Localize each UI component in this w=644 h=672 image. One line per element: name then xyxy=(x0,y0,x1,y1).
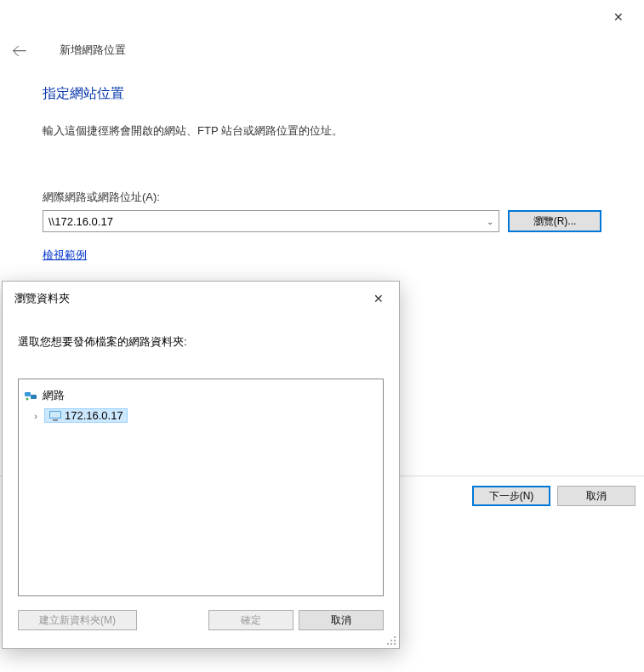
page-instruction: 輸入這個捷徑將會開啟的網站、FTP 站台或網路位置的位址。 xyxy=(43,123,601,139)
content-area: 指定網站位置 輸入這個捷徑將會開啟的網站、FTP 站台或網路位置的位址。 網際網… xyxy=(43,85,601,263)
next-button[interactable]: 下一步(N) xyxy=(472,486,550,506)
dialog-close-button[interactable]: ✕ xyxy=(368,290,389,307)
close-icon: ✕ xyxy=(373,292,384,305)
wizard-title: 新增網路位置 xyxy=(60,43,126,58)
address-row: ⌄ 瀏覽(R)... xyxy=(43,210,601,232)
tree-item-label: 172.16.0.17 xyxy=(65,409,123,422)
svg-rect-0 xyxy=(25,392,31,396)
wizard-footer: 下一步(N) 取消 xyxy=(472,486,635,506)
address-input-wrapper[interactable]: ⌄ xyxy=(43,210,499,232)
back-arrow-icon: 🡠 xyxy=(12,43,27,60)
network-icon xyxy=(24,389,37,402)
dialog-footer: 建立新資料夾(M) 確定 取消 xyxy=(3,603,399,642)
dialog-instruction: 選取您想要發佈檔案的網路資料夾: xyxy=(3,316,399,360)
dialog-header: 瀏覽資料夾 ✕ xyxy=(3,282,399,316)
browse-button[interactable]: 瀏覽(R)... xyxy=(508,210,601,232)
ok-button: 確定 xyxy=(208,610,294,630)
svg-point-2 xyxy=(26,398,29,401)
close-icon: ✕ xyxy=(613,10,624,24)
view-example-link[interactable]: 檢視範例 xyxy=(43,248,87,263)
back-button[interactable]: 🡠 xyxy=(12,43,27,60)
new-folder-button: 建立新資料夾(M) xyxy=(18,610,137,630)
svg-point-9 xyxy=(394,643,396,645)
tree-root-network[interactable]: 網路 xyxy=(24,386,378,405)
tree-item-computer[interactable]: 172.16.0.17 xyxy=(44,408,128,423)
svg-rect-4 xyxy=(50,412,60,418)
address-label: 網際網路或網路位址(A): xyxy=(43,190,601,205)
svg-point-6 xyxy=(394,636,396,638)
address-input[interactable] xyxy=(48,215,483,228)
svg-point-11 xyxy=(387,643,389,645)
tree-item-selected[interactable]: › 172.16.0.17 xyxy=(24,407,378,424)
dialog-cancel-button[interactable]: 取消 xyxy=(299,610,384,630)
page-heading: 指定網站位置 xyxy=(43,85,601,103)
dialog-title: 瀏覽資料夾 xyxy=(14,291,70,306)
svg-point-7 xyxy=(394,640,396,641)
spacer xyxy=(142,610,203,630)
svg-rect-1 xyxy=(31,395,37,399)
resize-grip-icon[interactable] xyxy=(386,635,396,646)
window-close-button[interactable]: ✕ xyxy=(607,7,630,27)
expand-chevron-icon[interactable]: › xyxy=(31,411,41,421)
folder-tree[interactable]: 網路 › 172.16.0.17 xyxy=(18,379,384,596)
svg-point-8 xyxy=(390,640,392,641)
computer-icon xyxy=(48,410,62,422)
chevron-down-icon[interactable]: ⌄ xyxy=(483,217,493,226)
browse-folder-dialog: 瀏覽資料夾 ✕ 選取您想要發佈檔案的網路資料夾: 網路 › 172.16.0.1 xyxy=(2,281,400,649)
svg-rect-5 xyxy=(53,419,58,421)
tree-root-label: 網路 xyxy=(43,388,65,403)
cancel-button[interactable]: 取消 xyxy=(557,486,635,506)
svg-point-10 xyxy=(390,643,392,645)
